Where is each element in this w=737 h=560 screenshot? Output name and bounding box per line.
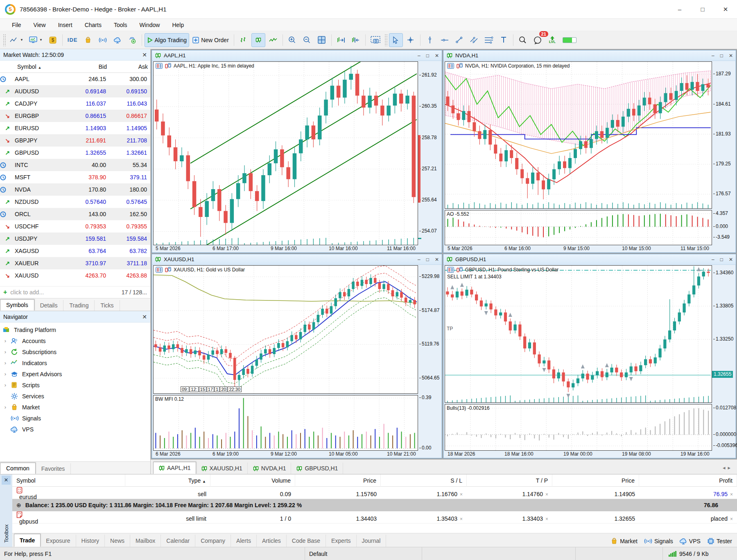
notifications-button[interactable]: 21	[531, 33, 545, 47]
close-trade-icon[interactable]: ×	[460, 516, 463, 522]
market-watch-row[interactable]: ↗EURUSD1.149031.14905	[0, 122, 150, 134]
indicator-chart-canvas[interactable]	[154, 395, 417, 450]
toolbox-tab-code-base[interactable]: Code Base	[287, 535, 326, 547]
market-watch-row[interactable]: ↗XAGUSD63.76463.782	[0, 245, 150, 257]
chart-close-button[interactable]: ✕	[435, 257, 439, 262]
price-chart-canvas[interactable]	[154, 266, 417, 393]
chart-maximize-button[interactable]: □	[720, 257, 723, 262]
market-watch-row[interactable]: ↘XAUUSD4263.704263.88	[0, 269, 150, 282]
trade-column-volume[interactable]: Volume	[210, 474, 295, 487]
navigator-item-services[interactable]: Services	[0, 391, 150, 402]
indicator-chart-canvas[interactable]	[445, 210, 711, 245]
chevron-right-icon[interactable]: ›	[0, 371, 11, 377]
chart-window-aapl-h1[interactable]: AAPL,H1–□✕AAPL, H1: Apple Inc, 15 min de…	[151, 50, 442, 253]
navigator-item-indicators[interactable]: ›Indicators	[0, 357, 150, 368]
hline-button[interactable]	[438, 33, 452, 47]
menu-window[interactable]: Window	[133, 22, 166, 28]
close-trade-icon[interactable]: ×	[460, 492, 463, 497]
toolbox-tab-articles[interactable]: Articles	[257, 535, 287, 547]
main-price-pane[interactable]: XAUUSD, H1: Gold vs US Dollar09:12:15171…	[153, 265, 418, 394]
screenshot-button[interactable]	[368, 33, 383, 47]
price-chart-canvas[interactable]	[154, 62, 417, 245]
close-trade-icon[interactable]: ×	[545, 492, 548, 497]
indicator-pane[interactable]: AO -5.552	[445, 210, 712, 245]
time-axis[interactable]: 5 Mar 20266 Mar 17:009 Mar 16:0010 Mar 1…	[153, 245, 418, 253]
toolbox-tab-trade[interactable]: Trade	[14, 534, 41, 547]
price-axis[interactable]: 5229.985174.875119.765064.65	[418, 265, 442, 394]
minimize-button[interactable]: –	[668, 0, 691, 18]
chart-tab-nvda-h1[interactable]: NVDA,H1	[248, 463, 292, 474]
navigator-item-subscriptions[interactable]: ›Subscriptions	[0, 346, 150, 357]
shift-back-button[interactable]	[349, 33, 363, 47]
navigator-item-market[interactable]: ›Market	[0, 402, 150, 413]
price-chart-canvas[interactable]: TP	[445, 266, 711, 402]
trade-column-price[interactable]: Price	[552, 474, 639, 487]
algo-trading-button[interactable]: Algo Trading	[145, 33, 190, 47]
toolbar-grip[interactable]	[384, 34, 387, 46]
ide-button[interactable]: IDE	[65, 33, 80, 47]
chart-window-titlebar[interactable]: AAPL,H1–□✕	[152, 50, 442, 61]
market-watch-row[interactable]: ORCL143.00162.50	[0, 208, 150, 220]
trade-row-eurusd[interactable]: eurusdsell0.091.157601.16760×1.14760×1.1…	[12, 487, 737, 499]
chevron-right-icon[interactable]: ›	[0, 349, 11, 355]
navigator-item-expert-advisors[interactable]: ›Expert Advisors	[0, 368, 150, 379]
time-axis[interactable]: 6 Mar 20266 Mar 19:009 Mar 12:0010 Mar 0…	[153, 451, 418, 458]
navigator-item-trading-platform[interactable]: Trading Platform	[0, 324, 150, 335]
text-button[interactable]	[497, 33, 511, 47]
chevron-right-icon[interactable]: ›	[0, 338, 11, 344]
cursor-button[interactable]	[389, 33, 403, 47]
market-watch-row[interactable]: ↘GBPJPY211.691211.708	[0, 134, 150, 147]
chart-tab-xauusd-h1[interactable]: XAUUSD,H1	[196, 463, 248, 474]
toolbox-tab-news[interactable]: News	[105, 535, 130, 547]
menu-file[interactable]: File	[6, 22, 27, 28]
vline-button[interactable]	[423, 33, 437, 47]
chart-maximize-button[interactable]: □	[426, 257, 429, 262]
one-click-trading-icon[interactable]	[156, 63, 163, 69]
maximize-button[interactable]: □	[691, 0, 714, 18]
candle-chart-type-button[interactable]	[251, 33, 265, 47]
market-watch-row[interactable]: ↗GBPUSD1.326551.32661	[0, 147, 150, 159]
trade-table-header[interactable]: SymbolType ▲VolumePriceS / LT / PPricePr…	[12, 474, 737, 487]
fibo-button[interactable]	[482, 33, 496, 47]
depth-of-market-icon[interactable]	[165, 63, 172, 69]
close-trade-icon[interactable]: ×	[545, 516, 548, 522]
market-watch-close-icon[interactable]: ✕	[142, 52, 147, 58]
zoom-out-button[interactable]	[300, 33, 314, 47]
market-watch-row[interactable]: ↗AUDUSD0.691480.69150	[0, 85, 150, 97]
time-axis[interactable]: 5 Mar 20266 Mar 16:009 Mar 15:0010 Mar 1…	[445, 245, 712, 253]
toolbox-tab-alerts[interactable]: Alerts	[231, 535, 257, 547]
search-button[interactable]	[516, 33, 530, 47]
market-watch-add-row[interactable]: + click to add... 17 / 128...	[0, 286, 150, 298]
zoom-in-button[interactable]	[285, 33, 299, 47]
depth-of-market-icon[interactable]	[456, 63, 463, 69]
one-click-trading-icon[interactable]	[447, 63, 454, 69]
add-signal-button[interactable]	[125, 33, 139, 47]
time-axis[interactable]: 18 Mar 202618 Mar 16:0019 Mar 00:0019 Ma…	[445, 451, 712, 458]
indicator-pane[interactable]: BW MFI 0.12	[153, 395, 418, 451]
line-chart-type-button[interactable]	[266, 33, 280, 47]
chart-tab-aapl-h1[interactable]: AAPL,H1	[153, 462, 196, 474]
chart-minimize-button[interactable]: –	[712, 257, 714, 262]
trade-column-sl[interactable]: S / L	[381, 474, 467, 487]
navigator-item-scripts[interactable]: ›Scripts	[0, 379, 150, 391]
tab-symbols[interactable]: Symbols	[0, 299, 34, 311]
chart-maximize-button[interactable]: □	[426, 53, 429, 59]
chart-close-button[interactable]: ✕	[729, 257, 733, 262]
toolbox-tab-company[interactable]: Company	[195, 535, 231, 547]
market-button[interactable]	[81, 33, 95, 47]
toolbox-tab-journal[interactable]: Journal	[357, 535, 387, 547]
toolbar-grip[interactable]	[3, 34, 6, 46]
chart-close-button[interactable]: ✕	[729, 53, 733, 59]
indicator-axis[interactable]: 0.0127080.000000-0.005396	[712, 404, 736, 451]
chart-window-button[interactable]: ▼	[7, 33, 26, 47]
navigator-item-accounts[interactable]: ›Accounts	[0, 335, 150, 346]
market-watch-row[interactable]: INTC40.0055.34	[0, 159, 150, 171]
chart-window-nvda-h1[interactable]: NVDA,H1–□✕NVDA, H1: NVIDIA Corporation, …	[443, 50, 736, 253]
navigator-close-icon[interactable]: ✕	[142, 314, 147, 320]
chart-maximize-button[interactable]: □	[720, 53, 723, 59]
indicator-axis[interactable]: 0.390.00	[418, 395, 442, 451]
toolbox-close-icon[interactable]: ✕	[2, 476, 11, 485]
menu-help[interactable]: Help	[166, 22, 190, 28]
tab-favorites[interactable]: Favorites	[36, 463, 71, 474]
chart-window-titlebar[interactable]: NVDA,H1–□✕	[443, 50, 736, 61]
